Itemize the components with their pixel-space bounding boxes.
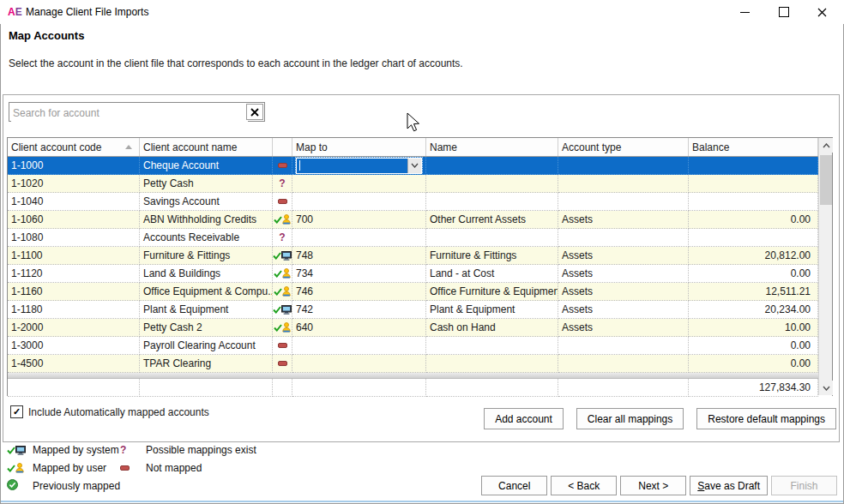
cell-account-type: Assets: [558, 301, 689, 319]
cell-balance: 12,511.21: [689, 283, 818, 301]
cell-name: Accounts Receivable: [140, 229, 273, 247]
legend-item: Mapped by system: [7, 443, 119, 457]
maximize-button[interactable]: [770, 2, 798, 22]
legend-item: Previously mapped: [7, 479, 120, 493]
table-row[interactable]: 1-4500TPAR Clearing0.00: [8, 355, 832, 373]
total-row: 127,834.30: [8, 379, 832, 397]
add-account-button[interactable]: Add account: [484, 408, 564, 429]
cell-map-to: 746: [292, 283, 426, 301]
cell-balance: 10.00: [689, 319, 818, 337]
cell-code: 1-1080: [8, 229, 140, 247]
table-row[interactable]: 1-1100Furniture & Fittings748Furniture &…: [8, 247, 832, 265]
scroll-up-icon: [823, 143, 830, 148]
close-icon: [817, 8, 827, 17]
mapped-by-system-icon: [7, 446, 26, 455]
cell-map-name: [426, 355, 558, 373]
cell-account-type: Assets: [558, 283, 689, 301]
cell-balance: 20,234.00: [689, 301, 818, 319]
cell-map-to: 748: [292, 247, 426, 265]
cell-map-name: Cash on Hand: [426, 319, 558, 337]
combobox-dropdown-button[interactable]: [407, 159, 421, 173]
scroll-down-button[interactable]: [819, 381, 833, 395]
accounts-table: Client account codeClient account nameMa…: [7, 137, 833, 396]
mapped-by-user-icon: [274, 214, 291, 225]
clear-search-button[interactable]: [246, 104, 263, 120]
cell-map-to: 700: [292, 211, 426, 229]
grid-spacer: [8, 373, 818, 379]
cell-status: [273, 247, 292, 265]
title-bar: AE Manage Client File Imports: [0, 0, 844, 24]
table-row[interactable]: 1-1080Accounts Receivable?: [8, 229, 832, 247]
cell-balance: 0.00: [689, 355, 818, 373]
column-header[interactable]: Balance: [689, 138, 818, 156]
scrollbar-thumb[interactable]: [820, 155, 832, 205]
table-row[interactable]: 1-1180Plant & Equipment742Plant & Equipm…: [8, 301, 832, 319]
legend-item: Mapped by user: [7, 461, 106, 475]
cell-account-type: [558, 175, 689, 193]
cell-account-type: [558, 337, 689, 355]
cell-code: 1-1020: [8, 175, 140, 193]
table-row[interactable]: 1-2000Petty Cash 2640Cash on HandAssets1…: [8, 319, 832, 337]
cell-status: [273, 301, 292, 319]
table-row[interactable]: 1-1060ABN Withholding Credits700Other Cu…: [8, 211, 832, 229]
close-button[interactable]: [808, 2, 835, 22]
cell-map-name: Office Furniture & Equipment: [426, 283, 558, 301]
mapped-by-system-icon: [273, 305, 292, 315]
column-header[interactable]: Client account code: [8, 138, 140, 156]
cell-map-name: Land - at Cost: [426, 265, 558, 283]
include-auto-mapped-checkbox[interactable]: ✓: [10, 405, 23, 418]
include-auto-mapped-label: Include Automatically mapped accounts: [28, 406, 209, 418]
column-header[interactable]: Account type: [558, 138, 689, 156]
cell-map-to: [292, 157, 426, 175]
column-header[interactable]: Client account name: [140, 138, 273, 156]
cell-map-name: Plant & Equipment: [426, 301, 558, 319]
minimize-button[interactable]: [731, 2, 758, 22]
column-header[interactable]: Map to: [292, 138, 426, 156]
back-button[interactable]: < Back: [551, 476, 617, 495]
grid-action-buttons: Add accountClear all mappingsRestore def…: [484, 408, 836, 429]
mapped-by-user-icon: [7, 463, 24, 473]
scroll-up-button[interactable]: [819, 138, 833, 153]
cell-code: 1-1120: [8, 265, 140, 283]
page-title: Map Accounts: [9, 29, 84, 42]
column-header[interactable]: [273, 138, 292, 156]
search-box: [9, 102, 265, 122]
not-mapped-icon: [120, 465, 130, 471]
clear-all-mappings-button[interactable]: Clear all mappings: [576, 408, 684, 429]
column-header[interactable]: Name: [426, 138, 558, 156]
cell-account-type: Assets: [558, 211, 689, 229]
total-cell: [140, 379, 273, 397]
vertical-scrollbar[interactable]: [818, 138, 832, 395]
save-as-draft-button[interactable]: Save as Draft: [690, 476, 768, 495]
table-row[interactable]: 1-1160Office Equipment & Compu...746Offi…: [8, 283, 832, 301]
total-cell: [426, 379, 558, 397]
map-to-combobox[interactable]: [296, 158, 422, 174]
page-description: Select the account in the client file th…: [9, 57, 463, 69]
previously-mapped-icon: [7, 479, 18, 493]
search-input[interactable]: [11, 104, 248, 122]
possible-mapping-icon: ?: [279, 231, 285, 243]
cell-balance: [689, 193, 818, 211]
cell-map-name: [426, 193, 558, 211]
table-row[interactable]: 1-1000Cheque Account: [8, 157, 832, 175]
total-cell: [558, 379, 689, 397]
cancel-button[interactable]: Cancel: [481, 476, 547, 495]
cell-status: [273, 319, 292, 337]
cell-map-to: [292, 355, 426, 373]
mapped-by-system-icon: [273, 251, 292, 261]
table-row[interactable]: 1-3000Payroll Clearing Account0.00: [8, 337, 832, 355]
table-row[interactable]: 1-1120Land & Buildings734Land - at CostA…: [8, 265, 832, 283]
table-row[interactable]: 1-1040Savings Account: [8, 193, 832, 211]
table-row[interactable]: 1-1020Petty Cash?: [8, 175, 832, 193]
ae-logo-icon: AE: [8, 6, 22, 18]
sort-ascending-icon: [125, 145, 132, 149]
cell-status: [273, 157, 292, 175]
table-header-row: Client account codeClient account nameMa…: [8, 138, 832, 157]
cell-code: 1-1180: [8, 301, 140, 319]
window-title: Manage Client File Imports: [26, 6, 148, 18]
include-auto-mapped-option[interactable]: ✓ Include Automatically mapped accounts: [10, 405, 209, 418]
legend-label: Possible mappings exist: [146, 444, 256, 456]
cell-balance: 0.00: [689, 265, 818, 283]
restore-default-mappings-button[interactable]: Restore default mappings: [696, 408, 836, 429]
next-button[interactable]: Next >: [620, 476, 686, 495]
